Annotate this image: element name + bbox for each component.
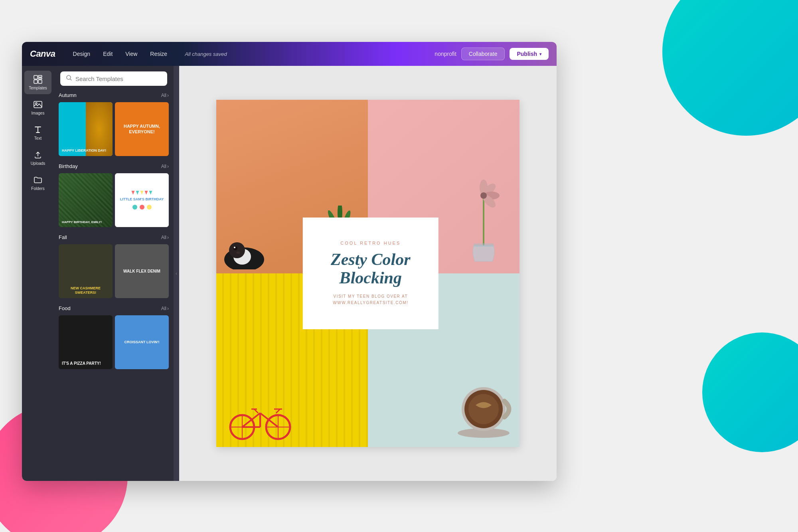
- search-icon: [66, 75, 72, 83]
- svg-rect-3: [34, 80, 38, 83]
- food-1-text: IT'S A PIZZA PARTY!: [62, 361, 101, 366]
- icon-sidebar: Templates Images Text: [22, 66, 54, 481]
- svg-rect-1: [38, 75, 42, 77]
- templates-label: Templates: [29, 86, 47, 90]
- chevron-right-icon: ›: [167, 235, 169, 240]
- text-icon: [33, 125, 43, 134]
- templates-scroll: Autumn All › HAPPY LIBERATION DAY!: [54, 91, 174, 481]
- text-label: Text: [34, 136, 41, 140]
- category-food-name: Food: [59, 305, 71, 311]
- template-card-autumn-2[interactable]: HAPPY AUTUMN, EVERYONE!: [115, 102, 169, 156]
- nav-item-view[interactable]: View: [120, 48, 143, 59]
- search-input-container[interactable]: [60, 71, 167, 86]
- template-card-fall-1[interactable]: NEW CASHMERE SWEATERS!: [59, 244, 113, 298]
- nonprofit-label: nonprofit: [435, 51, 456, 57]
- template-card-birthday-1[interactable]: HAPPY BIRTHDAY, EMILY!: [59, 173, 113, 227]
- template-card-food-1[interactable]: IT'S A PIZZA PARTY!: [59, 315, 113, 369]
- sidebar-item-folders[interactable]: Folders: [24, 171, 51, 195]
- canvas-area: COOL RETRO HUES Zesty ColorBlocking VISI…: [179, 66, 557, 481]
- uploads-label: Uploads: [31, 161, 45, 166]
- category-fall-header: Fall All ›: [59, 233, 169, 241]
- svg-rect-32: [474, 243, 494, 247]
- svg-point-22: [229, 242, 245, 258]
- category-autumn: Autumn All › HAPPY LIBERATION DAY!: [59, 91, 169, 156]
- sidebar-item-text[interactable]: Text: [24, 121, 51, 144]
- fall-1-text: NEW CASHMERE SWEATERS!: [62, 286, 109, 295]
- chevron-right-icon: ›: [167, 306, 169, 311]
- category-food-all[interactable]: All ›: [161, 306, 169, 311]
- nav-item-design[interactable]: Design: [67, 48, 96, 59]
- svg-point-24: [234, 247, 235, 248]
- templates-icon: [33, 75, 43, 84]
- food-template-grid: IT'S A PIZZA PARTY! CROISSANT LOVIN'!: [59, 315, 169, 369]
- svg-point-25: [236, 251, 240, 254]
- guinea-pig-svg: [220, 233, 268, 269]
- template-card-birthday-2[interactable]: LITTLE SAM'S BIRTHDAY: [115, 173, 169, 227]
- birthday-2-text: LITTLE SAM'S BIRTHDAY: [120, 197, 164, 202]
- birthday-1-text: HAPPY BIRTHDAY, EMILY!: [62, 220, 102, 224]
- template-card-fall-2[interactable]: WALK FLEX DENIM: [115, 244, 169, 298]
- svg-rect-0: [34, 75, 38, 79]
- category-fall: Fall All › NEW CASHMERE SWEATERS! WALK F…: [59, 233, 169, 298]
- canva-logo: Canva: [30, 49, 55, 59]
- nav-status: All changes saved: [185, 51, 427, 57]
- category-birthday: Birthday All › HAPPY BIRTHDAY, EMILY!: [59, 162, 169, 227]
- nav-item-resize[interactable]: Resize: [144, 48, 173, 59]
- svg-point-6: [36, 103, 37, 104]
- bg-circle-teal-bottom: [702, 332, 798, 452]
- category-autumn-all[interactable]: All ›: [161, 93, 169, 98]
- bg-circle-teal: [662, 0, 798, 136]
- chevron-right-icon: ›: [167, 164, 169, 169]
- svg-rect-2: [38, 78, 42, 79]
- fall-2-text: WALK FLEX DENIM: [123, 269, 160, 274]
- white-card: COOL RETRO HUES Zesty ColorBlocking VISI…: [303, 218, 439, 329]
- fall-template-grid: NEW CASHMERE SWEATERS! WALK FLEX DENIM: [59, 244, 169, 298]
- folders-label: Folders: [31, 186, 44, 191]
- sidebar-item-templates[interactable]: Templates: [24, 71, 51, 94]
- category-fall-all[interactable]: All ›: [161, 235, 169, 240]
- template-card-autumn-1[interactable]: HAPPY LIBERATION DAY!: [59, 102, 113, 156]
- svg-rect-4: [38, 80, 42, 83]
- svg-point-23: [233, 246, 237, 250]
- svg-point-31: [480, 192, 487, 199]
- canvas-subtitle: VISIT MY TEEN BLOG OVER AT WWW.REALLYGRE…: [333, 293, 408, 306]
- category-food-header: Food All ›: [59, 305, 169, 312]
- folders-icon: [33, 175, 43, 185]
- bicycle-svg: [228, 401, 292, 441]
- collaborate-button[interactable]: Collaborate: [461, 47, 505, 60]
- images-icon: [33, 100, 43, 109]
- sidebar-item-images[interactable]: Images: [24, 96, 51, 119]
- chevron-right-icon: ›: [167, 93, 169, 98]
- svg-rect-5: [34, 101, 42, 108]
- category-birthday-name: Birthday: [59, 163, 78, 169]
- publish-chevron-icon: ▾: [539, 52, 541, 56]
- nav-menu: Design Edit View Resize: [67, 48, 173, 59]
- top-nav: Canva Design Edit View Resize All change…: [22, 42, 557, 66]
- birthday-template-grid: HAPPY BIRTHDAY, EMILY! LITTLE SAM'S BIRT…: [59, 173, 169, 227]
- category-birthday-all[interactable]: All ›: [161, 164, 169, 169]
- autumn-2-text: HAPPY AUTUMN, EVERYONE!: [118, 124, 166, 134]
- browser-window: Canva Design Edit View Resize All change…: [22, 42, 557, 481]
- editor-body: Templates Images Text: [22, 66, 557, 481]
- svg-point-50: [468, 394, 499, 424]
- birthday-decoration: [132, 205, 152, 210]
- food-2-text: CROISSANT LOVIN'!: [124, 340, 159, 344]
- panel-collapse-handle[interactable]: ‹: [174, 66, 179, 481]
- nav-right: nonprofit Collaborate Publish ▾: [435, 47, 549, 60]
- search-input[interactable]: [75, 75, 162, 82]
- uploads-icon: [33, 150, 43, 160]
- birthday-bunting: [132, 191, 152, 195]
- sidebar-item-uploads[interactable]: Uploads: [24, 146, 51, 170]
- template-card-food-2[interactable]: CROISSANT LOVIN'!: [115, 315, 169, 369]
- design-canvas: COOL RETRO HUES Zesty ColorBlocking VISI…: [216, 100, 519, 447]
- category-autumn-name: Autumn: [59, 92, 77, 98]
- publish-button[interactable]: Publish ▾: [510, 48, 549, 60]
- templates-panel: Autumn All › HAPPY LIBERATION DAY!: [54, 66, 174, 481]
- images-label: Images: [32, 111, 45, 115]
- nav-item-edit[interactable]: Edit: [97, 48, 118, 59]
- flower-vase-svg: [460, 166, 508, 269]
- category-fall-name: Fall: [59, 234, 67, 240]
- category-autumn-header: Autumn All ›: [59, 91, 169, 99]
- canvas-retro-label: COOL RETRO HUES: [340, 241, 401, 245]
- category-food: Food All › IT'S A PIZZA PARTY! CROISSANT…: [59, 305, 169, 369]
